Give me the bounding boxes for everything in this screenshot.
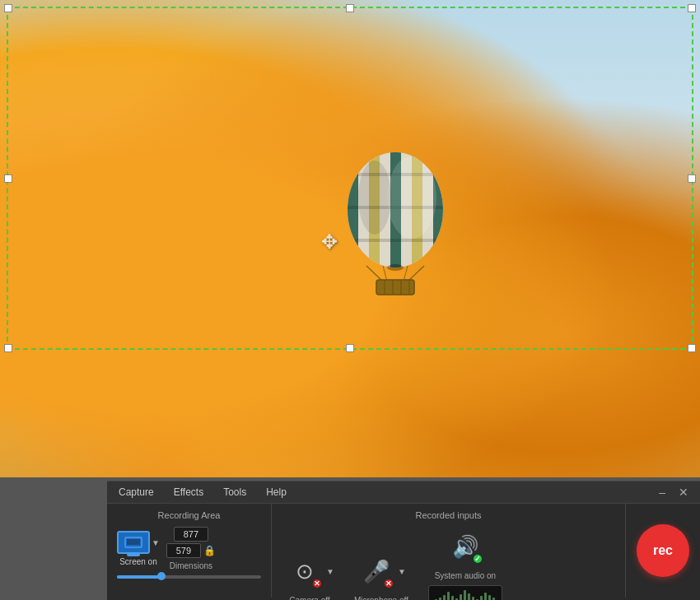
dimensions-label: Dimensions <box>170 561 212 570</box>
svg-line-12 <box>366 266 383 281</box>
recording-controls: ▼ Screen on 🔒 Dimensions <box>117 527 261 570</box>
svg-point-11 <box>358 160 391 235</box>
svg-line-15 <box>404 266 408 281</box>
window-controls: – ✕ <box>656 486 692 499</box>
camera-status-dot: ✕ <box>311 578 323 589</box>
rec-section: rec <box>626 504 700 598</box>
waveform-bar <box>451 596 454 600</box>
slider-track <box>117 575 261 579</box>
menu-bar: Capture Effects Tools Help <box>115 485 290 500</box>
handle-middle-left[interactable] <box>4 174 12 183</box>
handle-bottom-right[interactable] <box>688 344 696 352</box>
recording-area-section: Recording Area ▼ Screen on <box>107 504 272 598</box>
recording-area-title: Recording Area <box>117 510 261 520</box>
camera-icon: ⊙ <box>296 559 314 584</box>
svg-rect-23 <box>127 539 140 545</box>
slider-thumb[interactable] <box>157 572 166 580</box>
inputs-row: ⊙ ✕ ▼ Camera off 🎤 ✕ ▼ <box>285 527 612 600</box>
height-input[interactable] <box>166 543 201 558</box>
balloon-svg <box>342 148 449 296</box>
height-row: 🔒 <box>166 543 216 558</box>
control-bar: Capture Effects Tools Help – ✕ Recording… <box>107 481 700 600</box>
svg-rect-16 <box>376 280 414 295</box>
handle-middle-right[interactable] <box>688 174 696 183</box>
waveform-bar <box>472 597 474 600</box>
camera-dropdown-arrow[interactable]: ▼ <box>326 567 334 576</box>
camera-label: Camera off <box>289 596 329 600</box>
menu-tools[interactable]: Tools <box>220 485 250 500</box>
slider-fill <box>117 575 161 579</box>
minimize-button[interactable]: – <box>656 486 669 499</box>
microphone-icon-wrap: 🎤 ✕ <box>357 551 396 591</box>
microphone-label: Microphone off <box>354 596 408 600</box>
camera-device: ⊙ ✕ ▼ Camera off <box>285 551 334 600</box>
lock-icon[interactable]: 🔒 <box>203 545 216 556</box>
handle-top-left[interactable] <box>4 4 12 12</box>
waveform-bar <box>488 595 491 600</box>
menu-bar-header: Capture Effects Tools Help – ✕ <box>107 481 700 504</box>
svg-rect-9 <box>348 239 443 242</box>
width-row <box>174 527 208 542</box>
scene: ✥ <box>0 0 700 477</box>
svg-point-21 <box>387 264 404 271</box>
camera-icon-wrap: ⊙ ✕ <box>285 551 324 591</box>
move-cursor-icon: ✥ <box>321 230 338 253</box>
system-audio-label: System audio on <box>435 571 497 580</box>
menu-help[interactable]: Help <box>263 485 290 500</box>
svg-line-13 <box>408 266 424 281</box>
waveform-bar <box>443 595 446 600</box>
recording-area-slider <box>117 575 261 579</box>
microphone-device: 🎤 ✕ ▼ Microphone off <box>354 551 408 600</box>
system-audio-icon-wrap: 🔊 ✓ <box>446 527 485 566</box>
screen-on-label: Screen on <box>119 557 157 566</box>
control-bar-body: Recording Area ▼ Screen on <box>107 504 700 598</box>
handle-top-right[interactable] <box>688 4 696 12</box>
width-input[interactable] <box>174 527 208 542</box>
screen-icon <box>117 531 150 554</box>
waveform-bar <box>468 593 470 600</box>
handle-top-center[interactable] <box>346 4 354 12</box>
background-image: ✥ <box>0 0 700 477</box>
waveform-bar <box>447 592 450 600</box>
system-audio-status-dot: ✓ <box>472 553 483 565</box>
microphone-dropdown-arrow[interactable]: ▼ <box>398 567 406 576</box>
system-audio-device: 🔊 ✓ System audio on <box>428 527 502 600</box>
screen-dropdown-arrow[interactable]: ▼ <box>152 538 160 547</box>
waveform-bar <box>460 594 462 600</box>
waveform-bar <box>480 596 483 600</box>
handle-bottom-center[interactable] <box>346 344 354 352</box>
close-button[interactable]: ✕ <box>675 486 692 499</box>
waveform-bar <box>464 590 466 600</box>
svg-point-10 <box>387 156 436 239</box>
menu-effects[interactable]: Effects <box>170 485 207 500</box>
microphone-status-dot: ✕ <box>383 578 394 589</box>
waveform-bar <box>484 593 487 600</box>
audio-waveform-display <box>428 585 502 600</box>
svg-line-14 <box>383 266 387 281</box>
menu-capture[interactable]: Capture <box>115 485 157 500</box>
rec-button[interactable]: rec <box>637 524 689 577</box>
recorded-inputs-section: Recorded inputs ⊙ ✕ ▼ Camera off <box>272 504 626 598</box>
handle-bottom-left[interactable] <box>4 344 12 352</box>
recorded-inputs-title: Recorded inputs <box>285 510 612 520</box>
monitor-svg <box>124 537 142 548</box>
